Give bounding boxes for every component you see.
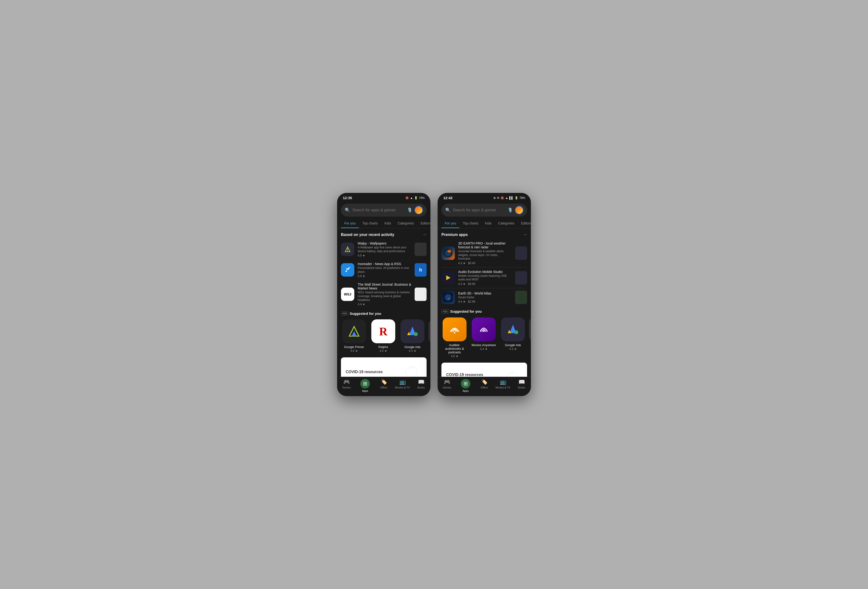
phones-container: 12:35 🔕 ▲ 🔋 74% 🔍 🎙️ For you Top charts … [337,193,531,396]
covid-banner-1[interactable]: COVID-19 resources [341,357,427,377]
walpy-preview [415,243,427,256]
walpy-name: Walpy - Wallpapers [358,241,411,245]
battery-icon-2: 🔋 [515,196,518,200]
googleads-rating-2: 4.3 ★ [509,348,517,350]
nav-apps-1[interactable]: ⊞ Apps [356,379,374,392]
search-bar-1[interactable]: 🔍 🎙️ [341,204,427,216]
search-input-1[interactable] [353,208,404,212]
games-icon-1: 🎮 [343,379,350,385]
app-card-googleads-2[interactable]: Google Ads 4.3 ★ [500,317,526,358]
battery-percent-1: 74% [419,196,425,200]
list-item-3dearth[interactable]: 3D EARTH PRO - local weather forecast & … [438,239,531,267]
tab-editors-1[interactable]: Editors' C [417,218,430,228]
status-bar-1: 12:35 🔕 ▲ 🔋 74% [337,193,430,202]
books-icon-1: 📖 [418,379,424,385]
nav-books-label-2: Books [518,386,526,389]
covid-icon-1 [403,362,422,377]
app-card-partial-1 [428,320,430,353]
nav-offers-2[interactable]: 🏷️ Offers [475,379,494,392]
avatar-2[interactable] [515,206,523,214]
ralphs-name: Ralphs [370,345,396,349]
partial-icon-2 [529,317,531,342]
wsj-rating: 4.4 ★ [358,303,411,306]
googleads-rating-1: 4.3 ★ [409,349,416,353]
moviesanywhere-rating: 4.4 ★ [480,348,487,350]
app-card-ralphs[interactable]: R Ralphs 4.5 ★ [370,320,396,353]
tab-for-you-1[interactable]: For you [341,218,359,228]
avatar-1[interactable] [415,206,423,214]
list-item-audio[interactable]: Audio Evolution Mobile Studio Mobile rec… [438,268,531,288]
nav-books-1[interactable]: 📖 Books [412,379,430,392]
list-item-inoreader[interactable]: Inoreader - News App & RSS Personalized … [337,259,430,280]
app-card-googleads-1[interactable]: Google Ads 4.3 ★ [399,320,426,353]
tab-categories-1[interactable]: Categories [394,218,417,228]
googleads-name-2: Google Ads [500,343,526,347]
status-icons-2: ⊕ ✲ 🔕 ▲ ▌▌ 🔋 78% [493,196,525,200]
apps-icon-1: ⊞ [363,381,367,387]
recent-arrow[interactable]: → [422,232,427,237]
wsj-info: The Wall Street Journal: Business & Mark… [358,283,411,306]
audio-icon [441,271,455,284]
mic-icon-1[interactable]: 🎙️ [407,208,412,213]
tab-top-charts-2[interactable]: Top charts [459,218,481,228]
recent-section-header: Based on your recent activity → [337,228,430,239]
inoreader-icon [341,263,354,277]
list-item-earth3d[interactable]: Earth 3D - World Atlas Smart Globe 4.4 ★… [438,288,531,306]
games-icon-2: 🎮 [444,379,450,385]
list-item-walpy[interactable]: Walpy - Wallpapers A Wallpaper app that … [337,239,430,259]
nav-games-1[interactable]: 🎮 Games [337,379,356,392]
moviesanywhere-name: Movies Anywhere [471,343,497,347]
movies-icon-1: 📺 [399,379,406,385]
svg-point-16 [446,296,448,297]
nav-books-2[interactable]: 📖 Books [512,379,531,392]
tab-editors-2[interactable]: Editors' Ch [518,218,531,228]
ralphs-rating: 4.5 ★ [379,349,387,353]
covid-banner-2[interactable]: COVID-19 resources Useful apps & more [441,363,527,377]
search-bar-2[interactable]: 🔍 🎙️ [441,204,527,216]
premium-arrow[interactable]: → [523,232,527,237]
audible-icon [443,317,466,342]
audible-name: Audible: audiobooks & podcasts [441,343,468,354]
3dearth-preview [515,246,527,260]
nav-games-label-2: Games [443,386,451,389]
audio-rating: 4.3 ★ $9.99 [458,282,512,286]
bluetooth-icon: ✲ [497,196,499,200]
app-card-moviesanywhere[interactable]: Movies Anywhere 4.4 ★ [471,317,497,358]
app-card-primer[interactable]: Google Primer 4.6 ★ [341,320,367,353]
tab-top-charts-1[interactable]: Top charts [359,218,381,228]
audio-info: Audio Evolution Mobile Studio Mobile rec… [458,270,512,286]
wsj-name: The Wall Street Journal: Business & Mark… [358,283,411,290]
tab-for-you-2[interactable]: For you [441,218,459,228]
search-input-2[interactable] [453,208,505,212]
3dearth-info: 3D EARTH PRO - local weather forecast & … [458,241,512,265]
movies-icon-2: 📺 [500,379,506,385]
moviesanywhere-icon [472,317,496,342]
list-item-wsj[interactable]: WSJ The Wall Street Journal: Business & … [337,280,430,308]
offers-icon-2: 🏷️ [481,379,487,385]
ads-badge-1: Ads [341,311,348,315]
tabs-2: For you Top charts Kids Categories Edito… [438,218,531,228]
suggested-title-1: Suggested for you [350,311,381,315]
tab-categories-2[interactable]: Categories [495,218,518,228]
ralphs-icon: R [371,320,395,343]
nav-movies-1[interactable]: 📺 Movies & TV [393,379,412,392]
svg-rect-17 [448,298,450,299]
nav-offers-1[interactable]: 🏷️ Offers [374,379,393,392]
tab-kids-1[interactable]: Kids [381,218,394,228]
wifi-icon-2: ▲ [505,196,508,200]
mic-icon-2[interactable]: 🎙️ [508,208,513,213]
walpy-rating: 4.5 ★ [358,254,411,257]
audio-name: Audio Evolution Mobile Studio [458,270,512,274]
nav-apps-label-1: Apps [362,389,368,392]
3dearth-desc: Accurate forecasts & weather alerts, wid… [458,250,512,261]
svg-point-22 [514,330,518,334]
nav-apps-2[interactable]: ⊞ Apps [456,379,475,392]
tab-kids-2[interactable]: Kids [481,218,495,228]
bottom-nav-2: 🎮 Games ⊞ Apps 🏷️ Offers 📺 Movies & TV 📖… [438,377,531,396]
phone-2: 12:42 ⊕ ✲ 🔕 ▲ ▌▌ 🔋 78% 🔍 🎙️ For you Top … [438,193,531,396]
status-icons-1: 🔕 ▲ 🔋 74% [405,196,425,200]
app-card-audible[interactable]: Audible: audiobooks & podcasts 4.6 ★ [441,317,468,358]
nav-games-2[interactable]: 🎮 Games [438,379,456,392]
covid-icon-2 [503,367,522,377]
nav-movies-2[interactable]: 📺 Movies & TV [494,379,512,392]
